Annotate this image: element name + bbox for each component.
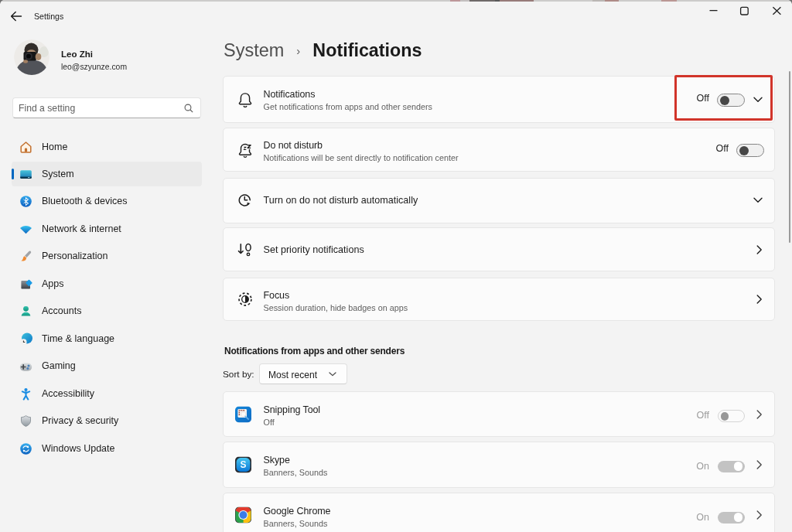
svg-text:S: S — [240, 459, 246, 470]
